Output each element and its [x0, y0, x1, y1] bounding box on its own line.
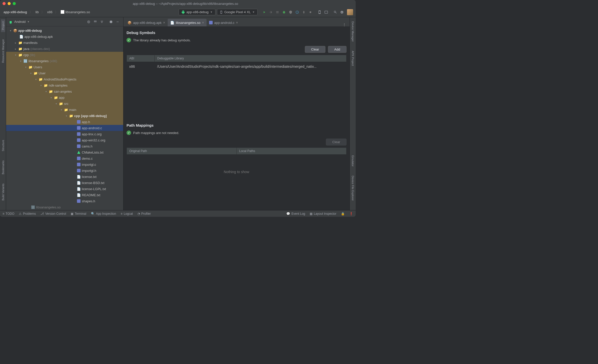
profiler-tool-button[interactable]: ◔Profiler [137, 212, 151, 216]
tree-item[interactable]: ▾📁User [6, 70, 123, 76]
clear-path-mappings-button[interactable]: Clear [326, 139, 347, 145]
breadcrumb-item[interactable]: lib [34, 10, 40, 14]
chevron-down-icon[interactable]: ▾ [19, 60, 22, 62]
breadcrumb-item[interactable]: libsanangeles.so [60, 10, 91, 14]
bookmarks-tool-tab[interactable]: Bookmarks [1, 158, 5, 176]
user-avatar[interactable] [347, 9, 353, 15]
editor-tab[interactable]: app-android.c × [207, 19, 241, 26]
tree-item[interactable]: ▾📁ndk-samples [6, 82, 123, 88]
sdk-manager-button[interactable] [323, 9, 329, 15]
tree-item[interactable]: ▾📁AndroidStudioProjects [6, 76, 123, 82]
todo-tool-button[interactable]: ≡TODO [3, 212, 14, 216]
apply-code-button[interactable] [274, 9, 280, 15]
chevron-down-icon[interactable]: ▾ [39, 84, 43, 87]
editor-tab-active[interactable]: 📄 libsanangeles.so × [168, 19, 207, 26]
chevron-down-icon[interactable]: ▾ [9, 29, 12, 32]
hide-panel-button[interactable] [115, 19, 121, 25]
run-button[interactable] [261, 9, 267, 15]
close-tab-button[interactable]: × [236, 21, 238, 25]
chevron-down-icon[interactable]: ▾ [14, 54, 17, 56]
tree-item[interactable]: ▾📁main [6, 107, 123, 113]
window-minimize-button[interactable] [8, 2, 11, 5]
run-config-dropdown[interactable]: app-x86-debug ▼ [179, 9, 215, 15]
structure-tool-tab[interactable]: Structure [1, 138, 5, 153]
tree-item[interactable]: app-linx.c.org [6, 131, 123, 137]
project-tool-tab[interactable]: Project [1, 19, 5, 32]
project-view-dropdown[interactable]: Android ▼ [9, 20, 30, 24]
tree-item[interactable]: ▾📁san-angeles [6, 88, 123, 94]
clear-debug-symbols-button[interactable]: Clear [305, 46, 325, 53]
chevron-down-icon[interactable]: ▾ [65, 114, 68, 117]
expand-all-button[interactable] [92, 19, 98, 25]
avd-manager-button[interactable] [317, 9, 323, 15]
tree-item[interactable]: importgl.h [6, 168, 123, 174]
tree-item[interactable]: 📄license-BSD.txt [6, 180, 123, 186]
tree-item[interactable]: CMakeLists.txt [6, 149, 123, 155]
tree-item[interactable]: cams.h [6, 143, 123, 149]
breadcrumb-item[interactable]: x86 [46, 10, 53, 14]
terminal-tool-button[interactable]: ▣Terminal [71, 212, 86, 216]
settings-button[interactable] [339, 9, 345, 15]
app-inspection-tool-button[interactable]: 🔍App Inspection [91, 212, 116, 216]
tree-item[interactable]: shapes.h [6, 198, 123, 204]
tree-item-selected[interactable]: app-android.c [6, 125, 123, 131]
window-close-button[interactable] [3, 2, 6, 5]
select-opened-file-button[interactable] [86, 19, 92, 25]
device-manager-tool-tab[interactable]: Device Manager [351, 19, 355, 44]
device-file-explorer-tool-tab[interactable]: Device File Explorer [351, 174, 355, 203]
tree-item[interactable]: ▸📁java(classes.dex) [6, 46, 123, 52]
profiler-button[interactable] [294, 9, 300, 15]
event-log-button[interactable]: 💬Event Log [286, 212, 305, 216]
apply-changes-button[interactable] [268, 9, 274, 15]
col-local-header[interactable]: Local Paths [237, 148, 347, 155]
tree-item[interactable]: demo.c [6, 155, 123, 161]
tree-item[interactable]: ▾📁cpp[app-x86-debug] [6, 113, 123, 119]
col-original-header[interactable]: Original Path [127, 148, 237, 155]
add-debug-symbols-button[interactable]: Add [328, 46, 347, 53]
tree-item[interactable]: importgl.c [6, 161, 123, 168]
collapse-all-button[interactable] [99, 19, 105, 25]
project-tree[interactable]: ▾📦app-x86-debug 📄app-x86-debug.apk ▸📁man… [6, 26, 123, 210]
chevron-down-icon[interactable]: ▾ [49, 96, 53, 99]
tree-item[interactable]: app-win32.c.org [6, 137, 123, 143]
tree-item[interactable]: ▾📁Users [6, 64, 123, 70]
emulator-tool-tab[interactable]: Emulator [351, 153, 355, 169]
tree-item[interactable]: ▾📁src [6, 101, 123, 107]
chevron-right-icon[interactable]: ▸ [14, 41, 17, 44]
chevron-down-icon[interactable]: ▾ [34, 78, 38, 81]
tree-item-root[interactable]: ▾📦app-x86-debug [6, 27, 123, 34]
col-lib-header[interactable]: Debuggable Library [155, 55, 347, 62]
panel-settings-button[interactable] [108, 19, 114, 25]
close-tab-button[interactable]: × [202, 21, 204, 25]
ide-errors-icon[interactable]: ❗ [349, 212, 353, 216]
lock-icon[interactable]: 🔒 [341, 212, 345, 216]
device-dropdown[interactable]: Google Pixel 4 XL ▼ [217, 9, 258, 15]
chevron-down-icon[interactable]: ▾ [59, 108, 63, 111]
tree-item[interactable]: 📄README.txt [6, 192, 123, 198]
tree-item[interactable]: app.h [6, 119, 123, 125]
chevron-down-icon[interactable]: ▾ [44, 90, 48, 93]
tree-item[interactable]: 📄license.txt [6, 174, 123, 180]
stop-button[interactable] [307, 9, 313, 15]
close-tab-button[interactable]: × [163, 21, 165, 25]
layout-inspector-button[interactable]: ▦Layout Inspector [310, 212, 336, 216]
col-abi-header[interactable]: ABI [127, 55, 155, 62]
tree-item[interactable]: ▸📁manifests [6, 40, 123, 46]
breadcrumb-item[interactable]: app-x86-debug [3, 10, 28, 14]
tree-item[interactable]: ▾📁app [6, 94, 123, 101]
editor-tab[interactable]: 📦 app-x86-debug.apk × [125, 19, 168, 26]
chevron-down-icon[interactable]: ▾ [24, 66, 27, 69]
table-row[interactable]: x86 /Users/User/AndroidStudioProjects/nd… [127, 62, 347, 71]
debug-button[interactable] [281, 9, 287, 15]
chevron-down-icon[interactable]: ▾ [29, 72, 33, 75]
tree-item[interactable]: ▾🔢libsanangeles(x86) [6, 58, 123, 64]
search-button[interactable] [332, 9, 338, 15]
build-variants-tool-tab[interactable]: Build Variants [1, 181, 5, 203]
coverage-button[interactable] [288, 9, 294, 15]
tree-item[interactable]: ▾📁cpp(lib) [6, 52, 123, 58]
chevron-down-icon[interactable]: ▾ [54, 102, 58, 105]
resource-manager-tool-tab[interactable]: Resource Manager [1, 37, 5, 65]
tree-item[interactable]: 📄license-LGPL.txt [6, 186, 123, 192]
logcat-tool-button[interactable]: ≡Logcat [121, 212, 133, 216]
vcs-tool-button[interactable]: ⎇Version Control [40, 212, 66, 216]
